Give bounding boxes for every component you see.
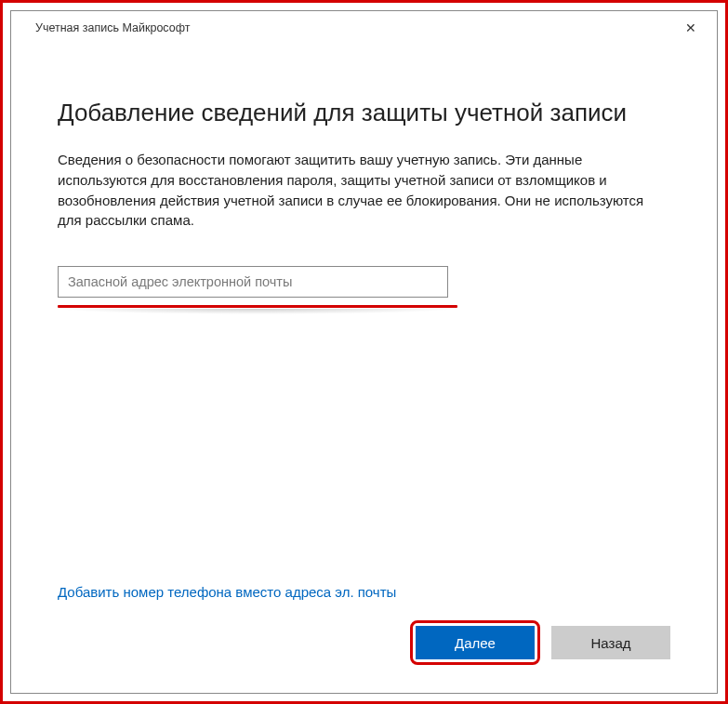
- page-heading: Добавление сведений для защиты учетной з…: [58, 99, 670, 127]
- close-icon[interactable]: ✕: [680, 19, 702, 37]
- annotation-frame: Учетная запись Майкрософт ✕ Добавление с…: [0, 0, 728, 704]
- email-input-wrap: [58, 266, 448, 298]
- add-phone-link[interactable]: Добавить номер телефона вместо адреса эл…: [58, 584, 670, 600]
- button-row: Далее Назад: [58, 620, 670, 665]
- backup-email-input[interactable]: [58, 266, 448, 298]
- content-area: Добавление сведений для защиты учетной з…: [11, 43, 717, 693]
- annotation-next-highlight: Далее: [410, 620, 540, 665]
- page-description: Сведения о безопасности помогают защитит…: [58, 150, 670, 231]
- annotation-underline: [58, 305, 457, 308]
- window-title: Учетная запись Майкрософт: [35, 21, 190, 34]
- dialog-window: Учетная запись Майкрософт ✕ Добавление с…: [10, 10, 718, 694]
- next-button[interactable]: Далее: [416, 626, 535, 659]
- back-button[interactable]: Назад: [551, 626, 670, 659]
- spacer: [58, 314, 670, 584]
- titlebar: Учетная запись Майкрософт ✕: [11, 11, 717, 43]
